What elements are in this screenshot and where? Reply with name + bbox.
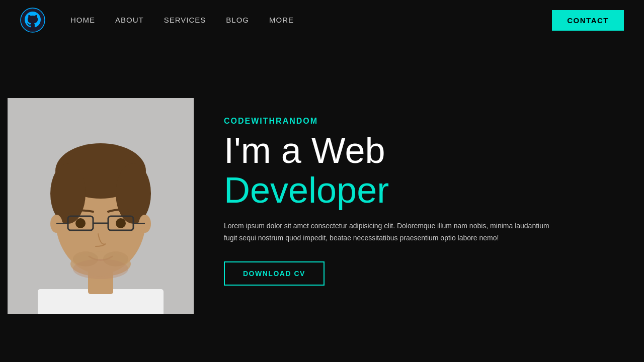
svg-point-21 (103, 251, 128, 266)
profile-image (8, 98, 194, 314)
nav-link-home[interactable]: HOME (70, 16, 95, 24)
nav-item-home[interactable]: HOME (70, 16, 95, 25)
navbar: HOME ABOUT SERVICES BLOG MORE CONTACT (0, 0, 644, 40)
hero-title-line1: I'm a Web (224, 131, 614, 170)
hero-description: Lorem ipsum dolor sit amet consectetur a… (224, 220, 551, 244)
nav-link-about[interactable]: ABOUT (115, 16, 144, 24)
nav-link-services[interactable]: SERVICES (164, 16, 206, 24)
svg-point-8 (116, 163, 151, 224)
contact-button[interactable]: CONTACT (552, 10, 624, 31)
hero-title-block: I'm a Web Developer (224, 131, 614, 210)
github-logo-icon (20, 8, 45, 33)
svg-point-7 (50, 163, 86, 224)
svg-point-16 (75, 218, 86, 228)
nav-item-services[interactable]: SERVICES (164, 16, 206, 25)
nav-item-more[interactable]: MORE (269, 16, 294, 25)
logo-container[interactable] (20, 8, 45, 33)
nav-item-blog[interactable]: BLOG (226, 16, 249, 25)
nav-link-more[interactable]: MORE (269, 16, 294, 24)
hero-subtitle: CODEWITHRANDOM (224, 117, 614, 126)
hero-content: CODEWITHRANDOM I'm a Web Developer Lorem… (194, 117, 644, 286)
hero-image-container (8, 98, 194, 314)
hero-section: CODEWITHRANDOM I'm a Web Developer Lorem… (0, 40, 644, 362)
nav-link-blog[interactable]: BLOG (226, 16, 249, 24)
nav-links: HOME ABOUT SERVICES BLOG MORE (70, 16, 294, 25)
hero-title-line2: Developer (224, 170, 614, 210)
nav-left: HOME ABOUT SERVICES BLOG MORE (20, 8, 294, 33)
svg-point-17 (116, 218, 126, 228)
svg-point-20 (73, 251, 98, 266)
profile-photo-svg (8, 98, 194, 314)
nav-item-about[interactable]: ABOUT (115, 16, 144, 25)
download-cv-button[interactable]: DOWNLOAD CV (224, 261, 325, 286)
